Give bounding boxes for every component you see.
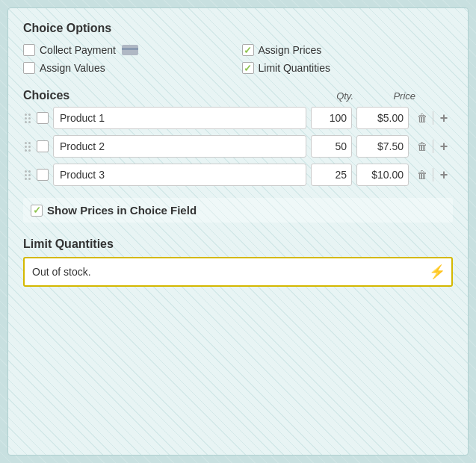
choices-header: Choices Qty. Price	[23, 89, 453, 102]
assign-values-option: Assign Values	[23, 62, 235, 74]
choice-name-input-3[interactable]	[53, 164, 306, 186]
assign-prices-option: Assign Prices	[242, 44, 454, 56]
limit-quantities-label: Limit Quantities	[259, 62, 330, 74]
choice-row-2: 🗑 +	[23, 135, 453, 158]
row-actions-1: 🗑 +	[413, 109, 453, 127]
lightning-icon: ⚡	[429, 264, 445, 280]
collect-payment-checkbox[interactable]	[23, 44, 35, 56]
assign-prices-label: Assign Prices	[259, 44, 322, 56]
choice-checkbox-2[interactable]	[37, 140, 49, 152]
drag-handle-2[interactable]	[23, 142, 32, 152]
choice-options-section: Choice Options Collect Payment Assign Pr…	[23, 22, 453, 74]
choices-section: Choices Qty. Price 🗑 +	[23, 89, 453, 186]
limit-input-wrapper: ⚡	[23, 257, 453, 287]
add-button-3[interactable]: +	[435, 166, 453, 184]
choice-checkbox-3[interactable]	[37, 169, 49, 181]
choice-name-input-2[interactable]	[53, 135, 306, 158]
price-column-header: Price	[359, 90, 415, 102]
drag-handle-1[interactable]	[23, 114, 32, 123]
divider-1	[433, 111, 433, 125]
choices-title: Choices	[23, 89, 309, 102]
main-panel: Choice Options Collect Payment Assign Pr…	[7, 7, 469, 456]
limit-quantities-option: Limit Quantities	[242, 62, 454, 74]
assign-values-checkbox[interactable]	[23, 62, 35, 74]
limit-quantities-checkbox[interactable]	[242, 62, 254, 74]
choice-qty-input-3[interactable]	[311, 164, 352, 186]
collect-payment-label: Collect Payment	[40, 44, 116, 56]
delete-button-2[interactable]: 🗑	[413, 137, 431, 155]
delete-button-1[interactable]: 🗑	[413, 109, 431, 127]
choice-price-input-2[interactable]	[356, 135, 409, 158]
choice-row-1: 🗑 +	[23, 107, 453, 129]
drag-handle-3[interactable]	[23, 170, 32, 180]
collect-payment-option: Collect Payment	[23, 44, 235, 56]
choice-price-input-1[interactable]	[356, 107, 409, 129]
choice-price-input-3[interactable]	[356, 164, 409, 186]
show-prices-section: Show Prices in Choice Field	[23, 198, 453, 223]
add-button-1[interactable]: +	[435, 109, 453, 127]
choice-name-input-1[interactable]	[53, 107, 306, 129]
choice-options-title: Choice Options	[23, 22, 453, 35]
show-prices-label: Show Prices in Choice Field	[47, 204, 197, 217]
assign-prices-checkbox[interactable]	[242, 44, 254, 56]
delete-button-3[interactable]: 🗑	[413, 166, 431, 184]
divider-3	[433, 168, 433, 181]
limit-input[interactable]	[25, 258, 451, 285]
choice-qty-input-2[interactable]	[311, 135, 352, 158]
qty-column-header: Qty.	[309, 90, 353, 102]
show-prices-checkbox[interactable]	[31, 205, 43, 217]
row-actions-3: 🗑 +	[413, 166, 453, 184]
credit-card-icon	[122, 45, 138, 55]
row-actions-2: 🗑 +	[413, 137, 453, 155]
divider-2	[433, 140, 433, 153]
options-grid: Collect Payment Assign Prices Assign Val…	[23, 44, 453, 74]
limit-quantities-title: Limit Quantities	[23, 237, 453, 251]
limit-section: Limit Quantities ⚡	[23, 237, 453, 287]
add-button-2[interactable]: +	[435, 137, 453, 155]
choice-qty-input-1[interactable]	[311, 107, 352, 129]
choice-checkbox-1[interactable]	[37, 112, 49, 124]
choice-row-3: 🗑 +	[23, 164, 453, 186]
assign-values-label: Assign Values	[40, 62, 105, 74]
